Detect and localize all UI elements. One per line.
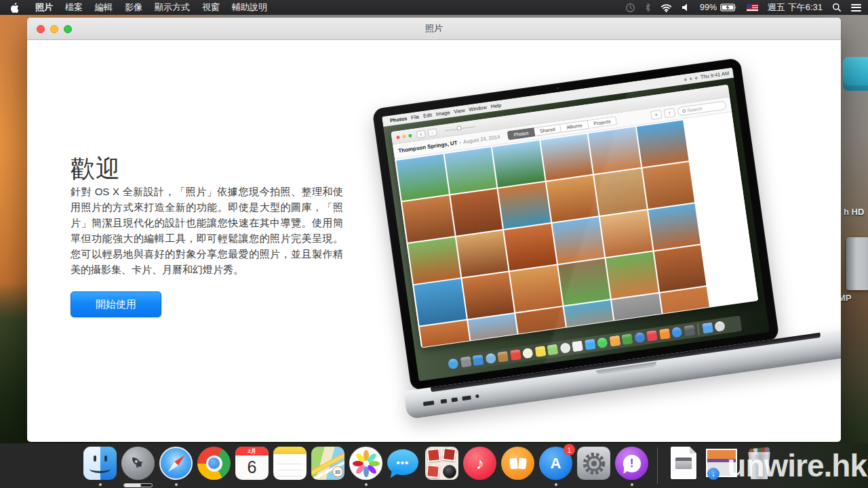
- photo-thumbnail: [504, 224, 556, 270]
- dock-icon-calendar[interactable]: 2月 6: [235, 447, 269, 480]
- dock-icon-ibooks[interactable]: [501, 447, 534, 480]
- dock-icon-notes[interactable]: [273, 447, 307, 480]
- photo-thumbnail: [546, 176, 598, 222]
- mini-dock-icon: [509, 349, 521, 361]
- menu-bar-clock[interactable]: 週五 下午6:31: [768, 1, 823, 14]
- dock-icon-photos[interactable]: [349, 447, 382, 480]
- photo-thumbnail: [510, 266, 562, 312]
- menu-item-edit[interactable]: 編輯: [89, 0, 119, 15]
- minimize-button[interactable]: [50, 25, 58, 33]
- photo-thumbnail: [396, 154, 448, 201]
- mini-menu-view: View: [454, 107, 465, 115]
- battery-status[interactable]: 99%: [700, 3, 737, 12]
- open-book-icon: [510, 458, 526, 469]
- spotlight-search-icon[interactable]: [832, 3, 842, 12]
- time-machine-icon[interactable]: [625, 3, 635, 13]
- wifi-icon[interactable]: [660, 3, 672, 12]
- mini-menu-image: Image: [435, 109, 450, 117]
- close-button[interactable]: [37, 25, 45, 33]
- notification-center-icon[interactable]: [851, 2, 861, 13]
- music-note-icon: ♪: [476, 454, 484, 473]
- dock-icon-itunes[interactable]: ♪: [463, 447, 496, 480]
- mini-dock-icon: [646, 330, 658, 342]
- dock-icon-messages[interactable]: •••: [387, 447, 420, 480]
- photo-thumbnail: [492, 140, 545, 187]
- running-indicator: [555, 483, 557, 486]
- mini-dock-icon: [671, 327, 683, 338]
- macintosh-hd-desktop-icon[interactable]: [843, 57, 868, 91]
- photo-thumbnail: [600, 210, 652, 257]
- menu-item-help[interactable]: 輔助說明: [226, 0, 273, 15]
- desktop: h HD MP 照片 檔案 編輯 影像 顯示方式 視窗 輔助說明: [0, 0, 868, 488]
- running-indicator: [365, 483, 368, 486]
- gear-icon: [582, 451, 606, 476]
- hard-drive-icon: [675, 458, 692, 469]
- dock-icon-maps[interactable]: 3D: [311, 447, 344, 480]
- mini-dock-icon: [714, 321, 726, 332]
- photo-thumbnail: [552, 217, 604, 264]
- bluetooth-icon[interactable]: [645, 3, 651, 12]
- mini-menu-edit: Edit: [422, 112, 432, 119]
- photo-thumbnail: [450, 189, 502, 236]
- menu-bar: 照片 檔案 編輯 影像 顯示方式 視窗 輔助說明 99% 週五 下午: [0, 0, 868, 15]
- mini-search-field: Search: [677, 101, 726, 117]
- dock-icon-launchpad[interactable]: [121, 447, 155, 480]
- mini-tab-projects: Projects: [587, 116, 617, 129]
- mini-dock-icon: [584, 339, 595, 350]
- mini-menu-help: Help: [490, 102, 502, 110]
- photo-thumbnail: [642, 162, 694, 209]
- mini-dock-icon: [460, 357, 471, 368]
- dock-icon-disk-image[interactable]: [667, 447, 700, 480]
- menu-item-file[interactable]: 檔案: [59, 0, 89, 15]
- input-source-flag-icon[interactable]: [747, 4, 758, 12]
- battery-icon: [720, 3, 737, 12]
- mini-dock-icon: [522, 348, 534, 359]
- menu-item-view[interactable]: 顯示方式: [149, 0, 196, 15]
- photo-thumbnail: [408, 237, 460, 284]
- dock-icon-chrome[interactable]: [197, 447, 231, 480]
- photo-thumbnail: [468, 314, 520, 348]
- mini-photos-window: ‹ › Thompson Springs, UT › August 24, 20…: [391, 85, 758, 348]
- menu-item-window[interactable]: 視窗: [196, 0, 226, 15]
- get-started-button[interactable]: 開始使用: [71, 291, 161, 317]
- mini-tab-photos: Photos: [507, 127, 535, 140]
- notification-badge: 1: [564, 444, 575, 455]
- camera-icon: [557, 87, 559, 89]
- mini-dock-icon: [547, 344, 558, 356]
- photo-thumbnail: [402, 196, 454, 243]
- photo-thumbnail: [648, 203, 701, 250]
- running-indicator: [631, 483, 633, 486]
- dock-icon-finder[interactable]: [83, 447, 117, 480]
- photo-thumbnail: [589, 127, 641, 174]
- dock-icon-system-preferences[interactable]: [577, 447, 610, 480]
- zoom-button[interactable]: [64, 25, 72, 33]
- camera-lens-icon: [443, 465, 456, 479]
- window-title: 照片: [425, 22, 443, 35]
- dock-icon-safari[interactable]: [159, 447, 193, 480]
- calendar-day: 6: [235, 455, 269, 479]
- mini-menu-window: Window: [469, 104, 488, 113]
- photo-thumbnail: [462, 272, 514, 319]
- menu-item-image[interactable]: 影像: [119, 0, 149, 15]
- macintosh-hd-label: h HD: [844, 207, 864, 217]
- mini-dock-icon: [702, 322, 713, 333]
- volume-icon[interactable]: [682, 3, 690, 12]
- watermark: unwire.hk: [727, 447, 867, 484]
- window-titlebar[interactable]: 照片: [27, 18, 841, 40]
- apple-menu-icon[interactable]: [9, 3, 18, 13]
- dock-icon-photo-booth[interactable]: [425, 447, 458, 480]
- desktop-file-icon[interactable]: [846, 237, 868, 290]
- dock-icon-app-store[interactable]: A 1: [539, 447, 572, 480]
- dock-icon-feedback-assistant[interactable]: !: [615, 447, 648, 480]
- download-arrow-icon: ↓: [707, 468, 719, 480]
- mini-back-button: ‹: [416, 129, 425, 138]
- rocket-icon: [125, 450, 151, 476]
- mini-dock-icon: [534, 346, 546, 357]
- mini-dock-icon: [621, 333, 633, 345]
- photo-thumbnail: [498, 182, 551, 229]
- photo-thumbnail: [540, 134, 593, 180]
- photo-thumbnail: [636, 120, 688, 167]
- menu-item-photos[interactable]: 照片: [29, 0, 59, 15]
- photos-flower-icon: [352, 449, 380, 478]
- photo-thumbnail: [654, 245, 706, 292]
